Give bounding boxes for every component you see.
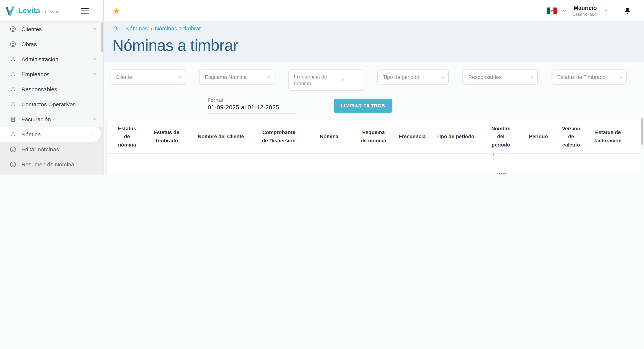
sidebar-item-label: Obras: [22, 41, 37, 47]
chevron-down-icon: [530, 74, 534, 80]
sidebar-item-facturacion[interactable]: Facturación: [0, 112, 103, 126]
filters-row: Cliente Esquema Nómina Frecuencia de nóm…: [103, 62, 644, 90]
favorite-star-icon[interactable]: ★: [112, 6, 120, 16]
sidebar-item-label: Clientes: [22, 26, 42, 32]
sidebar-item-administracion[interactable]: Administracion: [0, 52, 103, 66]
table-row[interactable]: Cerrada Timbrada ITANALYTICS SA DE CV IT…: [107, 157, 640, 174]
sidebar-item-label: Administracion: [22, 56, 58, 62]
select-divider: [526, 73, 526, 81]
sidebar-item-label: Empleados: [22, 71, 50, 77]
page-header-band: › Nóminas › Nóminas a timbrar Nóminas a …: [103, 22, 644, 62]
sidebar-item-resumen-de-nomina[interactable]: Resumen de Nómina: [0, 157, 103, 172]
chevron-down-icon: [618, 74, 623, 80]
limpiar-filtros-button[interactable]: LIMPIAR FILTROS: [334, 98, 392, 112]
filter-label: Responsables: [468, 74, 524, 80]
select-divider: [174, 73, 174, 81]
vertical-scrollbar-thumb[interactable]: [640, 118, 643, 145]
filter-label: Frecuencia de nómina: [294, 73, 335, 87]
sidebar-scrollbar[interactable]: [101, 22, 103, 52]
main-area: ★ Mauricio Desarrollador › Nóminas: [103, 0, 644, 174]
face-circle-icon: [10, 41, 16, 47]
user-block[interactable]: Mauricio Desarrollador: [572, 4, 598, 17]
chevron-down-icon: [266, 74, 271, 80]
topbar-right: Mauricio Desarrollador: [547, 0, 631, 22]
filter-frecuencia-select[interactable]: Frecuencia de nómina: [288, 70, 363, 90]
person-icon: [10, 101, 16, 107]
sidebar-item-editar-nominas[interactable]: Editar nóminas: [0, 142, 103, 157]
levita-logo-icon: [5, 6, 15, 16]
fechas-value[interactable]: 01-09-2025 al 01-12-2025: [208, 104, 296, 114]
column-header[interactable]: Versión de calculo: [555, 120, 587, 153]
page-title: Nóminas a timbrar: [112, 36, 635, 54]
topbar-divider: [616, 3, 616, 18]
filter-label: Esquema Nómina: [205, 74, 261, 80]
home-icon[interactable]: [112, 25, 118, 31]
cell-nombre-periodo-link[interactable]: FNQ ITANALITYCS QUIN VAN ANC PEM MAT LS …: [480, 171, 522, 174]
filter-cliente-select[interactable]: Cliente: [110, 70, 185, 84]
face-circle-icon: [10, 146, 16, 152]
sidebar-item-responsables[interactable]: Responsables: [0, 82, 103, 96]
chevron-down-icon: [92, 117, 97, 121]
select-divider: [263, 73, 263, 81]
table-header-row: Estatus de nómina Estatus de Timbrado No…: [107, 120, 640, 154]
notifications-bell-icon[interactable]: [624, 7, 631, 14]
filter-tipo-periodo-select[interactable]: Tipo de periodo: [377, 70, 448, 84]
sidebar-item-contactos-operativos[interactable]: Contactos Operativos: [0, 96, 103, 112]
hamburger-menu-icon[interactable]: [81, 7, 89, 15]
filter-estatus-timbrado-select[interactable]: Estatus de Timbrado: [552, 70, 627, 84]
content: Cliente Esquema Nómina Frecuencia de nóm…: [103, 62, 644, 174]
person-icon: [10, 131, 16, 137]
sidebar-nomina-section: Nómina Editar nóminas Resumen de Nómina …: [0, 126, 103, 174]
sidebar-item-empleados[interactable]: Empleados: [0, 66, 103, 82]
breadcrumb-separator: ›: [121, 25, 123, 31]
chevron-down-icon: [177, 74, 182, 80]
fechas-row: Fechas 01-09-2025 al 01-12-2025 LIMPIAR …: [103, 96, 644, 115]
sidebar-item-label: Contactos Operativos: [22, 101, 76, 107]
partially-scrolled-row: [107, 154, 640, 157]
payroll-table-card: Estatus de nómina Estatus de Timbrado No…: [107, 120, 640, 174]
fechas-label: Fechas: [208, 98, 296, 103]
app-version: v1.355.36: [42, 10, 59, 14]
breadcrumb-link-nominas[interactable]: Nóminas: [126, 25, 148, 31]
user-chevron-down-icon[interactable]: [604, 8, 608, 13]
sidebar-item-label: Responsables: [22, 86, 57, 92]
fechas-field[interactable]: Fechas 01-09-2025 al 01-12-2025: [208, 98, 296, 114]
language-chevron-down-icon[interactable]: [562, 8, 567, 13]
user-role: Desarrollador: [572, 12, 598, 17]
column-header[interactable]: Nómina: [305, 120, 353, 153]
chevron-down-icon: [92, 72, 97, 76]
face-circle-icon: [10, 161, 16, 167]
column-header[interactable]: Frecuencia: [394, 120, 430, 153]
sidebar-menu: Clientes Obras Administracion Empleados …: [0, 22, 103, 174]
sidebar: Levita v1.355.36 Clientes Obras Administ…: [0, 0, 104, 174]
select-divider: [615, 73, 616, 81]
face-circle-icon: [10, 26, 16, 32]
sidebar-item-label: Editar nóminas: [22, 146, 59, 152]
sidebar-item-obras[interactable]: Obras: [0, 36, 103, 52]
column-header[interactable]: Nombre del periodo: [480, 120, 522, 153]
table-body: Cerrada Timbrada ITANALYTICS SA DE CV IT…: [107, 154, 640, 174]
app-window: Levita v1.355.36 Clientes Obras Administ…: [0, 0, 644, 174]
filter-responsables-select[interactable]: Responsables: [462, 70, 538, 84]
column-header[interactable]: Periodo: [522, 120, 555, 153]
column-header[interactable]: Estatus de Timbrado: [144, 120, 189, 153]
column-header[interactable]: Esquema de nómina: [353, 120, 394, 153]
filter-esquema-nomina-select[interactable]: Esquema Nómina: [199, 70, 274, 84]
chevron-down-icon: [92, 57, 97, 61]
sidebar-item-aprobaciones[interactable]: Aprobaciones: [0, 172, 103, 174]
column-header[interactable]: Estatus de facturación: [587, 120, 629, 153]
column-header[interactable]: Estatus de nómina: [110, 120, 144, 153]
sidebar-item-label: Facturación: [22, 116, 51, 122]
column-header[interactable]: Nombre del Cliente: [189, 120, 252, 153]
sidebar-item-label: Nómina: [22, 131, 41, 137]
user-name: Mauricio: [572, 4, 598, 12]
sidebar-item-nomina[interactable]: Nómina: [0, 126, 101, 142]
column-header[interactable]: Comprobante de Dispersión: [252, 120, 305, 153]
person-icon: [10, 56, 16, 62]
breadcrumb-current[interactable]: Nóminas a timbrar: [155, 25, 201, 31]
sidebar-item-clientes[interactable]: Clientes: [0, 22, 103, 36]
receipt-icon: [10, 116, 16, 122]
sidebar-item-label: Resumen de Nómina: [22, 161, 74, 167]
chevron-down-icon: [92, 27, 97, 31]
column-header[interactable]: Tipo de periodo: [430, 120, 480, 153]
